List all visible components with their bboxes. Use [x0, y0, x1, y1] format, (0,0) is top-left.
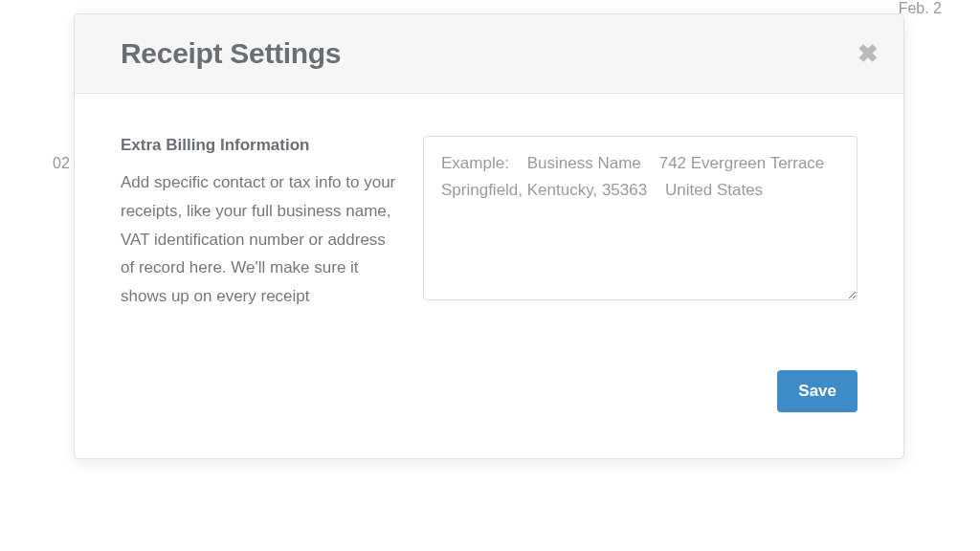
billing-info-textarea[interactable] — [423, 136, 858, 300]
bg-date-top: Feb. 2 — [899, 0, 942, 17]
modal-footer: Save — [75, 370, 903, 458]
modal-header: Receipt Settings ✖ — [75, 14, 903, 94]
field-info-column: Extra Billing Information Add specific c… — [121, 136, 396, 311]
field-description: Add specific contact or tax info to your… — [121, 168, 396, 311]
close-icon[interactable]: ✖ — [858, 41, 879, 66]
field-heading: Extra Billing Information — [121, 136, 396, 155]
modal-title: Receipt Settings — [121, 37, 858, 70]
receipt-settings-modal: Receipt Settings ✖ Extra Billing Informa… — [74, 13, 904, 459]
field-input-column — [423, 136, 858, 311]
save-button[interactable]: Save — [777, 370, 858, 412]
modal-body: Extra Billing Information Add specific c… — [75, 94, 903, 357]
bg-text-left: 02 — [53, 155, 70, 172]
